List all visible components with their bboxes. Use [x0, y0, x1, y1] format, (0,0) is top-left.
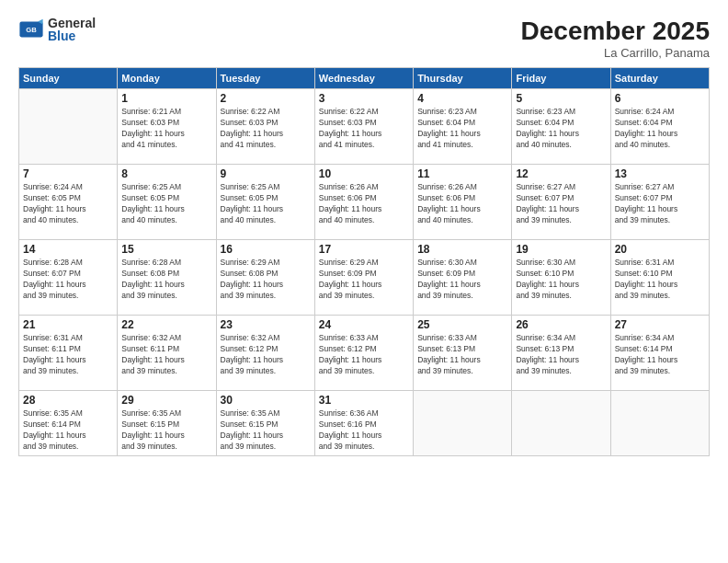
day-info: Sunrise: 6:34 AM Sunset: 6:13 PM Dayligh… — [516, 333, 606, 377]
calendar-day-cell: 6Sunrise: 6:24 AM Sunset: 6:04 PM Daylig… — [610, 89, 709, 165]
day-info: Sunrise: 6:23 AM Sunset: 6:04 PM Dayligh… — [516, 107, 606, 151]
calendar-day-cell — [414, 391, 512, 456]
day-number: 18 — [417, 243, 507, 256]
day-number: 6 — [615, 92, 705, 105]
day-info: Sunrise: 6:27 AM Sunset: 6:07 PM Dayligh… — [615, 182, 705, 226]
day-number: 23 — [221, 318, 311, 331]
calendar-day-cell: 15Sunrise: 6:28 AM Sunset: 6:08 PM Dayli… — [118, 240, 216, 316]
day-number: 24 — [319, 318, 409, 331]
header: GB General Blue December 2025 La Carrill… — [18, 17, 710, 60]
day-info: Sunrise: 6:22 AM Sunset: 6:03 PM Dayligh… — [319, 107, 409, 151]
calendar-day-cell: 3Sunrise: 6:22 AM Sunset: 6:03 PM Daylig… — [314, 89, 413, 165]
calendar-day-cell: 20Sunrise: 6:31 AM Sunset: 6:10 PM Dayli… — [610, 240, 709, 316]
location-text: La Carrillo, Panama — [521, 46, 710, 60]
calendar-day-cell: 16Sunrise: 6:29 AM Sunset: 6:08 PM Dayli… — [216, 240, 314, 316]
day-info: Sunrise: 6:28 AM Sunset: 6:07 PM Dayligh… — [23, 258, 113, 302]
calendar-day-cell: 7Sunrise: 6:24 AM Sunset: 6:05 PM Daylig… — [19, 165, 118, 240]
col-friday: Friday — [512, 68, 610, 89]
day-info: Sunrise: 6:21 AM Sunset: 6:03 PM Dayligh… — [121, 107, 211, 151]
day-number: 20 — [615, 243, 705, 256]
day-info: Sunrise: 6:34 AM Sunset: 6:14 PM Dayligh… — [615, 333, 705, 377]
day-number: 5 — [516, 92, 606, 105]
day-number: 13 — [615, 167, 705, 180]
calendar-day-cell: 1Sunrise: 6:21 AM Sunset: 6:03 PM Daylig… — [118, 89, 216, 165]
day-number: 14 — [23, 243, 113, 256]
day-info: Sunrise: 6:29 AM Sunset: 6:09 PM Dayligh… — [319, 258, 409, 302]
day-number: 8 — [121, 167, 211, 180]
day-number: 11 — [417, 167, 507, 180]
day-number: 17 — [319, 243, 409, 256]
calendar-day-cell: 5Sunrise: 6:23 AM Sunset: 6:04 PM Daylig… — [512, 89, 610, 165]
logo-text: General Blue — [48, 17, 96, 42]
col-wednesday: Wednesday — [314, 68, 413, 89]
title-section: December 2025 La Carrillo, Panama — [521, 17, 710, 60]
calendar-day-cell: 9Sunrise: 6:25 AM Sunset: 6:05 PM Daylig… — [216, 165, 314, 240]
day-info: Sunrise: 6:35 AM Sunset: 6:15 PM Dayligh… — [221, 408, 311, 453]
col-saturday: Saturday — [610, 68, 709, 89]
day-info: Sunrise: 6:33 AM Sunset: 6:13 PM Dayligh… — [417, 333, 507, 377]
day-info: Sunrise: 6:22 AM Sunset: 6:03 PM Dayligh… — [221, 107, 311, 151]
day-number: 4 — [417, 92, 507, 105]
day-number: 25 — [417, 318, 507, 331]
calendar-week-row: 21Sunrise: 6:31 AM Sunset: 6:11 PM Dayli… — [19, 316, 710, 391]
day-info: Sunrise: 6:32 AM Sunset: 6:11 PM Dayligh… — [121, 333, 211, 377]
day-number: 7 — [23, 167, 113, 180]
calendar-day-cell: 24Sunrise: 6:33 AM Sunset: 6:12 PM Dayli… — [314, 316, 413, 391]
day-number: 28 — [23, 394, 113, 407]
day-info: Sunrise: 6:29 AM Sunset: 6:08 PM Dayligh… — [221, 258, 311, 302]
day-number: 15 — [121, 243, 211, 256]
col-monday: Monday — [118, 68, 216, 89]
calendar-day-cell — [610, 391, 709, 456]
calendar-day-cell — [19, 89, 118, 165]
calendar-week-row: 7Sunrise: 6:24 AM Sunset: 6:05 PM Daylig… — [19, 165, 710, 240]
day-number: 30 — [221, 394, 311, 407]
day-number: 2 — [221, 92, 311, 105]
calendar-day-cell: 26Sunrise: 6:34 AM Sunset: 6:13 PM Dayli… — [512, 316, 610, 391]
day-number: 29 — [121, 394, 211, 407]
calendar-day-cell: 18Sunrise: 6:30 AM Sunset: 6:09 PM Dayli… — [414, 240, 512, 316]
calendar-day-cell: 22Sunrise: 6:32 AM Sunset: 6:11 PM Dayli… — [118, 316, 216, 391]
calendar-day-cell: 19Sunrise: 6:30 AM Sunset: 6:10 PM Dayli… — [512, 240, 610, 316]
calendar-day-cell: 10Sunrise: 6:26 AM Sunset: 6:06 PM Dayli… — [314, 165, 413, 240]
day-info: Sunrise: 6:35 AM Sunset: 6:15 PM Dayligh… — [121, 408, 211, 453]
day-info: Sunrise: 6:26 AM Sunset: 6:06 PM Dayligh… — [319, 182, 409, 226]
day-info: Sunrise: 6:27 AM Sunset: 6:07 PM Dayligh… — [516, 182, 606, 226]
day-number: 1 — [121, 92, 211, 105]
day-info: Sunrise: 6:35 AM Sunset: 6:14 PM Dayligh… — [23, 408, 113, 453]
calendar-day-cell: 14Sunrise: 6:28 AM Sunset: 6:07 PM Dayli… — [19, 240, 118, 316]
day-info: Sunrise: 6:26 AM Sunset: 6:06 PM Dayligh… — [417, 182, 507, 226]
calendar-week-row: 1Sunrise: 6:21 AM Sunset: 6:03 PM Daylig… — [19, 89, 710, 165]
day-info: Sunrise: 6:24 AM Sunset: 6:04 PM Dayligh… — [615, 107, 705, 151]
col-tuesday: Tuesday — [216, 68, 314, 89]
logo-general-text: General — [48, 17, 96, 29]
day-info: Sunrise: 6:24 AM Sunset: 6:05 PM Dayligh… — [23, 182, 113, 226]
calendar-day-cell: 12Sunrise: 6:27 AM Sunset: 6:07 PM Dayli… — [512, 165, 610, 240]
col-sunday: Sunday — [19, 68, 118, 89]
calendar-day-cell: 23Sunrise: 6:32 AM Sunset: 6:12 PM Dayli… — [216, 316, 314, 391]
page: GB General Blue December 2025 La Carrill… — [0, 0, 728, 563]
day-number: 12 — [516, 167, 606, 180]
calendar-header-row: Sunday Monday Tuesday Wednesday Thursday… — [19, 68, 710, 89]
calendar-day-cell: 17Sunrise: 6:29 AM Sunset: 6:09 PM Dayli… — [314, 240, 413, 316]
day-info: Sunrise: 6:36 AM Sunset: 6:16 PM Dayligh… — [319, 408, 409, 453]
day-number: 31 — [319, 394, 409, 407]
day-number: 21 — [23, 318, 113, 331]
calendar-day-cell: 8Sunrise: 6:25 AM Sunset: 6:05 PM Daylig… — [118, 165, 216, 240]
calendar-day-cell: 25Sunrise: 6:33 AM Sunset: 6:13 PM Dayli… — [414, 316, 512, 391]
day-info: Sunrise: 6:32 AM Sunset: 6:12 PM Dayligh… — [221, 333, 311, 377]
calendar-day-cell: 27Sunrise: 6:34 AM Sunset: 6:14 PM Dayli… — [610, 316, 709, 391]
calendar-table: Sunday Monday Tuesday Wednesday Thursday… — [18, 67, 710, 456]
day-info: Sunrise: 6:33 AM Sunset: 6:12 PM Dayligh… — [319, 333, 409, 377]
calendar-day-cell — [512, 391, 610, 456]
day-number: 16 — [221, 243, 311, 256]
calendar-day-cell: 30Sunrise: 6:35 AM Sunset: 6:15 PM Dayli… — [216, 391, 314, 456]
calendar-day-cell: 2Sunrise: 6:22 AM Sunset: 6:03 PM Daylig… — [216, 89, 314, 165]
month-year-title: December 2025 — [521, 17, 710, 46]
day-number: 19 — [516, 243, 606, 256]
day-number: 3 — [319, 92, 409, 105]
day-number: 10 — [319, 167, 409, 180]
day-number: 22 — [121, 318, 211, 331]
day-info: Sunrise: 6:25 AM Sunset: 6:05 PM Dayligh… — [221, 182, 311, 226]
day-info: Sunrise: 6:31 AM Sunset: 6:11 PM Dayligh… — [23, 333, 113, 377]
svg-text:GB: GB — [26, 26, 37, 34]
